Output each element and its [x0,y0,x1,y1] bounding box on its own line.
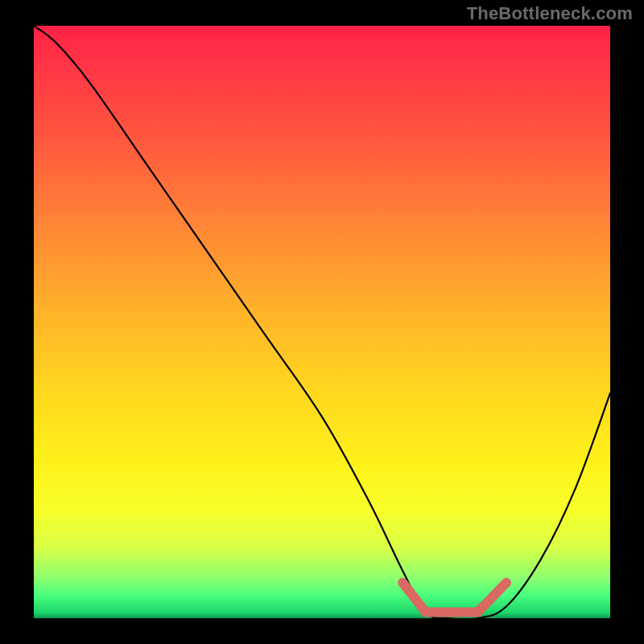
curve-layer [34,26,610,618]
bottleneck-curve [34,26,610,618]
marker-band [402,583,506,613]
chart-frame: TheBottleneck.com [0,0,644,644]
plot-area [34,26,610,618]
watermark-label: TheBottleneck.com [467,3,633,24]
